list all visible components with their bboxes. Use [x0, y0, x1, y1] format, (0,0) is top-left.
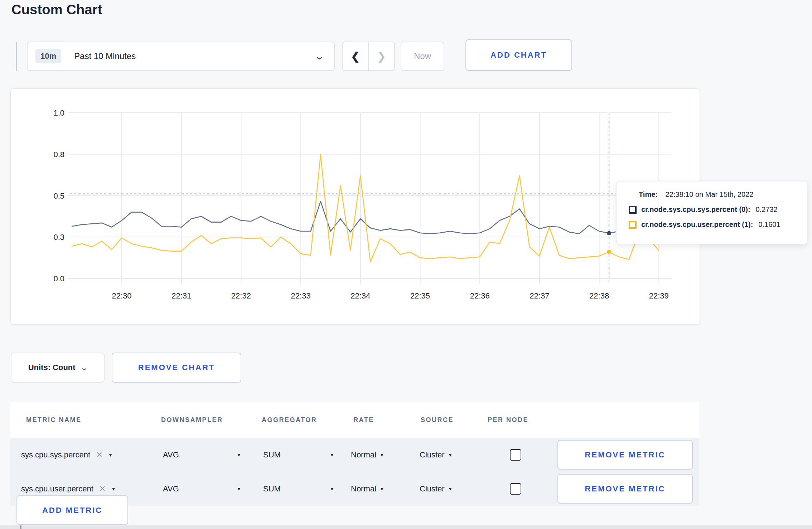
add-metric-button[interactable]: ADD METRIC — [16, 495, 128, 525]
units-label: Units: Count — [28, 363, 76, 372]
x-tick-label: 22:36 — [470, 291, 490, 300]
downsampler-select[interactable]: AVG ▾ — [163, 484, 240, 494]
page-title: Custom Chart — [11, 2, 102, 18]
x-tick-label: 22:30 — [112, 291, 131, 300]
x-tick-label: 22:31 — [171, 291, 191, 300]
tooltip-time-value: 22:38:10 on Mar 15th, 2022 — [666, 190, 754, 198]
metric-name-value: sys.cpu.user.percent — [21, 484, 93, 494]
downsampler-value: AVG — [163, 484, 179, 494]
tooltip-series-row: cr.node.sys.cpu.sys.percent (0): 0.2732 — [629, 205, 798, 214]
caret-down-icon: ▾ — [112, 486, 115, 492]
custom-chart-page: Custom Chart 10m Past 10 Minutes ⌄ ❮ ❯ N… — [0, 0, 812, 529]
aggregator-value: SUM — [263, 450, 281, 460]
sys-hover-dot — [607, 231, 611, 236]
caret-down-icon: ▾ — [449, 486, 452, 492]
x-tick-label: 22:35 — [410, 291, 430, 300]
rate-select[interactable]: Normal ▾ — [351, 484, 383, 494]
timeseries-chart[interactable]: 0.00.30.50.81.022:3022:3122:3222:3322:34… — [11, 89, 700, 324]
y-tick-label: 0.8 — [53, 150, 64, 159]
aggregator-select[interactable]: SUM ▾ — [263, 484, 333, 494]
units-dropdown[interactable]: Units: Count ⌄ — [11, 353, 105, 383]
time-range-dropdown[interactable]: 10m Past 10 Minutes ⌄ — [27, 42, 335, 71]
sys-series-legend-icon — [629, 206, 637, 214]
x-tick-label: 22:34 — [351, 291, 370, 300]
x-tick-label: 22:32 — [231, 291, 251, 300]
tooltip-series-row: cr.node.sys.cpu.user.percent (1): 0.1601 — [629, 220, 798, 229]
column-header-per-node: PER NODE — [488, 416, 528, 424]
tooltip-series-label: cr.node.sys.cpu.user.percent (1): — [641, 220, 753, 229]
y-tick-label: 0.3 — [53, 233, 64, 242]
column-header-rate: RATE — [353, 416, 374, 424]
x-tick-label: 22:33 — [291, 291, 311, 300]
remove-metric-button[interactable]: REMOVE METRIC — [557, 474, 693, 504]
clear-metric-icon[interactable]: ✕ — [96, 450, 102, 460]
add-chart-button[interactable]: ADD CHART — [465, 39, 572, 71]
bottom-divider — [0, 525, 812, 529]
toolbar-accent-line — [16, 42, 17, 71]
caret-down-icon: ▾ — [237, 452, 240, 458]
remove-metric-button[interactable]: REMOVE METRIC — [557, 440, 693, 470]
user-hover-dot — [607, 250, 611, 254]
per-node-checkbox[interactable] — [510, 483, 521, 495]
x-tick-label: 22:38 — [589, 291, 609, 300]
now-button[interactable]: Now — [401, 42, 444, 71]
tooltip-time: Time: 22:38:10 on Mar 15th, 2022 — [639, 190, 798, 199]
caret-down-icon: ▾ — [330, 486, 333, 492]
caret-down-icon: ▾ — [330, 452, 333, 458]
user-series-legend-icon — [629, 221, 637, 229]
metrics-table-header: METRIC NAME DOWNSAMPLER AGGREGATOR RATE … — [10, 402, 699, 438]
per-node-checkbox[interactable] — [510, 449, 521, 461]
x-tick-label: 22:37 — [530, 291, 549, 300]
caret-down-icon: ▾ — [237, 486, 240, 492]
y-tick-label: 0.0 — [53, 274, 64, 283]
prev-time-button[interactable]: ❮ — [343, 42, 369, 70]
source-select[interactable]: Cluster ▾ — [420, 484, 451, 494]
caret-down-icon: ▾ — [449, 452, 452, 458]
aggregator-select[interactable]: SUM ▾ — [263, 450, 333, 460]
x-tick-label: 22:39 — [649, 291, 669, 300]
source-value: Cluster — [420, 484, 445, 494]
metric-name-select[interactable]: sys.cpu.user.percent ✕ ▾ — [21, 484, 115, 494]
chart-tooltip: Time: 22:38:10 on Mar 15th, 2022 cr.node… — [616, 181, 807, 244]
caret-down-icon: ▾ — [381, 452, 383, 458]
y-tick-label: 1.0 — [53, 108, 64, 117]
chevron-down-icon: ⌄ — [80, 363, 88, 372]
time-pager: ❮ ❯ — [342, 42, 395, 71]
downsampler-value: AVG — [163, 450, 179, 460]
caret-down-icon: ▾ — [381, 486, 383, 492]
table-row: sys.cpu.sys.percent ✕ ▾ AVG ▾ SUM ▾ Norm… — [10, 438, 699, 472]
rate-value: Normal — [351, 484, 376, 494]
column-header-downsampler: DOWNSAMPLER — [161, 416, 223, 424]
scrollbar-fragment — [20, 525, 21, 529]
metrics-table: METRIC NAME DOWNSAMPLER AGGREGATOR RATE … — [10, 402, 699, 506]
tooltip-series-label: cr.node.sys.cpu.sys.percent (0): — [641, 205, 750, 214]
metric-name-value: sys.cpu.sys.percent — [21, 450, 90, 460]
remove-chart-button[interactable]: REMOVE CHART — [112, 353, 241, 383]
tooltip-series-value: 0.2732 — [756, 205, 778, 214]
clear-metric-icon[interactable]: ✕ — [99, 484, 106, 494]
column-header-aggregator: AGGREGATOR — [262, 416, 317, 424]
tooltip-series-value: 0.1601 — [758, 220, 780, 229]
rate-select[interactable]: Normal ▾ — [351, 450, 383, 460]
source-select[interactable]: Cluster ▾ — [420, 450, 451, 460]
tooltip-time-label: Time: — [639, 190, 658, 198]
y-tick-label: 0.5 — [53, 191, 64, 200]
user-series-line — [72, 154, 659, 262]
per-node-cell — [510, 449, 521, 461]
rate-value: Normal — [351, 450, 376, 460]
caret-down-icon: ▾ — [109, 452, 112, 458]
downsampler-select[interactable]: AVG ▾ — [163, 450, 240, 460]
time-range-badge: 10m — [35, 49, 61, 63]
column-header-metric-name: METRIC NAME — [26, 416, 82, 424]
source-value: Cluster — [420, 450, 445, 460]
next-time-button[interactable]: ❯ — [369, 42, 394, 70]
aggregator-value: SUM — [263, 484, 281, 494]
chevron-down-icon: ⌄ — [314, 51, 325, 62]
per-node-cell — [510, 483, 521, 495]
chart-card: 0.00.30.50.81.022:3022:3122:3222:3322:34… — [10, 88, 700, 325]
column-header-source: SOURCE — [421, 416, 454, 424]
time-range-label: Past 10 Minutes — [74, 51, 136, 61]
metric-name-select[interactable]: sys.cpu.sys.percent ✕ ▾ — [21, 450, 112, 460]
